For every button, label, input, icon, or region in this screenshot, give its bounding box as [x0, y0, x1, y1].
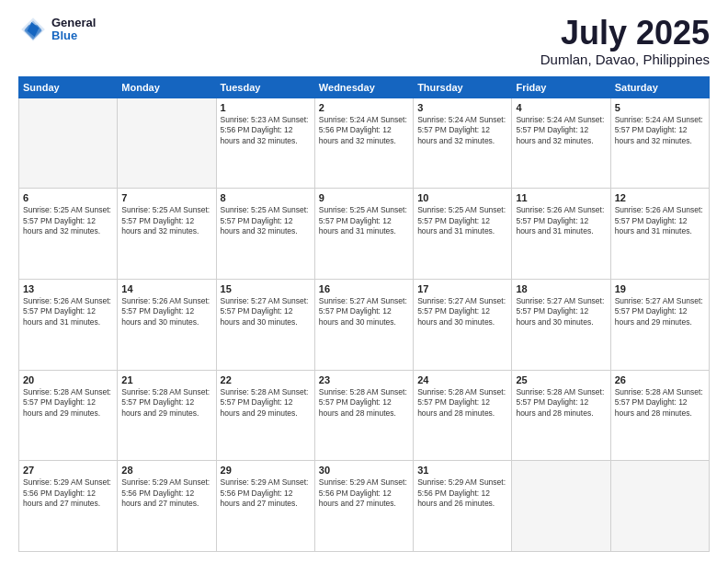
day-number: 31: [417, 465, 507, 476]
day-info: Sunrise: 5:28 AM Sunset: 5:57 PM Dayligh…: [615, 387, 705, 419]
day-number: 15: [221, 283, 311, 294]
day-number: 28: [121, 465, 211, 476]
day-info: Sunrise: 5:25 AM Sunset: 5:57 PM Dayligh…: [23, 205, 113, 236]
logo-blue: Blue: [51, 29, 96, 42]
logo-general: General: [51, 17, 96, 29]
day-info: Sunrise: 5:26 AM Sunset: 5:57 PM Dayligh…: [23, 296, 113, 327]
col-tuesday: Tuesday: [216, 76, 314, 98]
calendar-week-3: 20Sunrise: 5:28 AM Sunset: 5:57 PM Dayli…: [19, 370, 710, 461]
table-row: [610, 461, 709, 552]
day-info: Sunrise: 5:29 AM Sunset: 5:56 PM Dayligh…: [221, 477, 311, 509]
day-number: 11: [516, 192, 606, 203]
table-row: 26Sunrise: 5:28 AM Sunset: 5:57 PM Dayli…: [610, 370, 709, 461]
day-number: 4: [516, 102, 606, 113]
table-row: 11Sunrise: 5:26 AM Sunset: 5:57 PM Dayli…: [512, 189, 610, 280]
table-row: 10Sunrise: 5:25 AM Sunset: 5:57 PM Dayli…: [414, 189, 512, 280]
col-thursday: Thursday: [414, 76, 512, 98]
table-row: 8Sunrise: 5:25 AM Sunset: 5:57 PM Daylig…: [216, 189, 314, 280]
table-row: 20Sunrise: 5:28 AM Sunset: 5:57 PM Dayli…: [19, 370, 118, 461]
table-row: [19, 98, 118, 189]
day-info: Sunrise: 5:28 AM Sunset: 5:57 PM Dayligh…: [221, 387, 311, 419]
col-wednesday: Wednesday: [314, 76, 413, 98]
page: General Blue July 2025 Dumlan, Davao, Ph…: [0, 0, 728, 563]
col-monday: Monday: [118, 76, 216, 98]
table-row: 3Sunrise: 5:24 AM Sunset: 5:57 PM Daylig…: [414, 98, 512, 189]
calendar-header-row: Sunday Monday Tuesday Wednesday Thursday…: [19, 76, 710, 98]
day-info: Sunrise: 5:27 AM Sunset: 5:57 PM Dayligh…: [417, 296, 507, 327]
day-number: 5: [615, 102, 705, 113]
day-info: Sunrise: 5:26 AM Sunset: 5:57 PM Dayligh…: [121, 296, 211, 327]
table-row: 15Sunrise: 5:27 AM Sunset: 5:57 PM Dayli…: [216, 279, 314, 370]
table-row: 16Sunrise: 5:27 AM Sunset: 5:57 PM Dayli…: [314, 279, 413, 370]
calendar-week-4: 27Sunrise: 5:29 AM Sunset: 5:56 PM Dayli…: [19, 461, 710, 552]
day-info: Sunrise: 5:25 AM Sunset: 5:57 PM Dayligh…: [221, 205, 311, 236]
day-info: Sunrise: 5:28 AM Sunset: 5:57 PM Dayligh…: [23, 387, 113, 419]
title-block: July 2025 Dumlan, Davao, Philippines: [540, 15, 710, 67]
table-row: 29Sunrise: 5:29 AM Sunset: 5:56 PM Dayli…: [216, 461, 314, 552]
logo: General Blue: [18, 15, 96, 44]
header: General Blue July 2025 Dumlan, Davao, Ph…: [18, 15, 710, 67]
day-number: 24: [417, 374, 507, 385]
day-info: Sunrise: 5:26 AM Sunset: 5:57 PM Dayligh…: [516, 205, 606, 236]
day-number: 17: [417, 283, 507, 294]
day-info: Sunrise: 5:29 AM Sunset: 5:56 PM Dayligh…: [319, 477, 409, 509]
table-row: 22Sunrise: 5:28 AM Sunset: 5:57 PM Dayli…: [216, 370, 314, 461]
day-number: 1: [221, 102, 311, 113]
day-number: 27: [23, 465, 113, 476]
day-number: 29: [221, 465, 311, 476]
day-info: Sunrise: 5:24 AM Sunset: 5:57 PM Dayligh…: [417, 115, 507, 146]
table-row: 28Sunrise: 5:29 AM Sunset: 5:56 PM Dayli…: [118, 461, 216, 552]
day-info: Sunrise: 5:25 AM Sunset: 5:57 PM Dayligh…: [319, 205, 409, 236]
day-info: Sunrise: 5:29 AM Sunset: 5:56 PM Dayligh…: [417, 477, 507, 509]
day-info: Sunrise: 5:27 AM Sunset: 5:57 PM Dayligh…: [516, 296, 606, 327]
table-row: 19Sunrise: 5:27 AM Sunset: 5:57 PM Dayli…: [610, 279, 709, 370]
table-row: 18Sunrise: 5:27 AM Sunset: 5:57 PM Dayli…: [512, 279, 610, 370]
calendar-week-1: 6Sunrise: 5:25 AM Sunset: 5:57 PM Daylig…: [19, 189, 710, 280]
calendar-week-0: 1Sunrise: 5:23 AM Sunset: 5:56 PM Daylig…: [19, 98, 710, 189]
day-number: 7: [121, 192, 211, 203]
day-number: 23: [319, 374, 409, 385]
table-row: 12Sunrise: 5:26 AM Sunset: 5:57 PM Dayli…: [610, 189, 709, 280]
day-number: 12: [615, 192, 705, 203]
day-number: 30: [319, 465, 409, 476]
day-number: 9: [319, 192, 409, 203]
day-info: Sunrise: 5:28 AM Sunset: 5:57 PM Dayligh…: [121, 387, 211, 419]
table-row: 4Sunrise: 5:24 AM Sunset: 5:57 PM Daylig…: [512, 98, 610, 189]
day-number: 26: [615, 374, 705, 385]
day-number: 14: [121, 283, 211, 294]
logo-icon: [18, 15, 48, 44]
day-number: 22: [221, 374, 311, 385]
day-info: Sunrise: 5:27 AM Sunset: 5:57 PM Dayligh…: [319, 296, 409, 327]
table-row: 14Sunrise: 5:26 AM Sunset: 5:57 PM Dayli…: [118, 279, 216, 370]
table-row: 17Sunrise: 5:27 AM Sunset: 5:57 PM Dayli…: [414, 279, 512, 370]
day-info: Sunrise: 5:25 AM Sunset: 5:57 PM Dayligh…: [417, 205, 507, 236]
calendar-title: July 2025: [540, 15, 710, 52]
table-row: 24Sunrise: 5:28 AM Sunset: 5:57 PM Dayli…: [414, 370, 512, 461]
table-row: 27Sunrise: 5:29 AM Sunset: 5:56 PM Dayli…: [19, 461, 118, 552]
logo-text: General Blue: [51, 17, 96, 43]
day-number: 20: [23, 374, 113, 385]
day-info: Sunrise: 5:25 AM Sunset: 5:57 PM Dayligh…: [121, 205, 211, 236]
day-info: Sunrise: 5:28 AM Sunset: 5:57 PM Dayligh…: [516, 387, 606, 419]
day-number: 25: [516, 374, 606, 385]
table-row: 5Sunrise: 5:24 AM Sunset: 5:57 PM Daylig…: [610, 98, 709, 189]
day-info: Sunrise: 5:28 AM Sunset: 5:57 PM Dayligh…: [319, 387, 409, 419]
col-sunday: Sunday: [19, 76, 118, 98]
day-info: Sunrise: 5:24 AM Sunset: 5:57 PM Dayligh…: [516, 115, 606, 146]
table-row: [118, 98, 216, 189]
day-info: Sunrise: 5:28 AM Sunset: 5:57 PM Dayligh…: [417, 387, 507, 419]
day-number: 3: [417, 102, 507, 113]
col-saturday: Saturday: [610, 76, 709, 98]
day-number: 21: [121, 374, 211, 385]
day-info: Sunrise: 5:29 AM Sunset: 5:56 PM Dayligh…: [23, 477, 113, 509]
table-row: 6Sunrise: 5:25 AM Sunset: 5:57 PM Daylig…: [19, 189, 118, 280]
day-number: 18: [516, 283, 606, 294]
table-row: 30Sunrise: 5:29 AM Sunset: 5:56 PM Dayli…: [314, 461, 413, 552]
table-row: 1Sunrise: 5:23 AM Sunset: 5:56 PM Daylig…: [216, 98, 314, 189]
table-row: 9Sunrise: 5:25 AM Sunset: 5:57 PM Daylig…: [314, 189, 413, 280]
day-number: 2: [319, 102, 409, 113]
day-info: Sunrise: 5:24 AM Sunset: 5:57 PM Dayligh…: [615, 115, 705, 146]
col-friday: Friday: [512, 76, 610, 98]
day-info: Sunrise: 5:24 AM Sunset: 5:56 PM Dayligh…: [319, 115, 409, 146]
day-number: 13: [23, 283, 113, 294]
